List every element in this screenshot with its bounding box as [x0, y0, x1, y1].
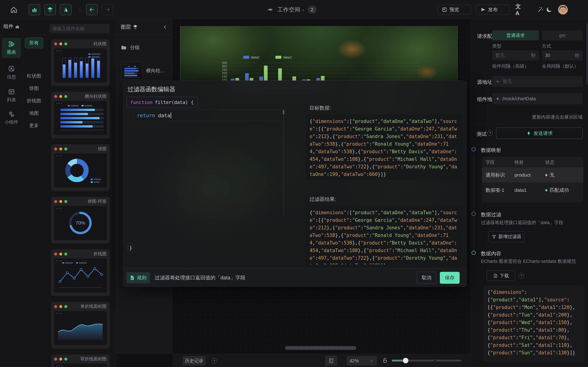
- undo-button[interactable]: [86, 4, 98, 15]
- zoom-level-select[interactable]: 42%: [346, 356, 377, 366]
- mapping-table-row[interactable]: 通用标识product无: [482, 167, 583, 183]
- preview-button[interactable]: 预览: [437, 5, 471, 15]
- dark-mode-moon-icon[interactable]: [545, 6, 553, 14]
- source-url-input[interactable]: 暂无: [492, 76, 583, 87]
- timeline-line: [473, 217, 474, 250]
- global-interval-unit: 秒: [575, 52, 579, 58]
- lightning-icon: [495, 97, 500, 101]
- component-card-area[interactable]: 单折线面积图: [51, 302, 110, 349]
- card-preview: [54, 259, 107, 292]
- category-5[interactable]: 更多: [25, 120, 43, 131]
- category-4[interactable]: 地图: [25, 108, 43, 119]
- zoom-slider[interactable]: [392, 360, 461, 361]
- help-icon[interactable]: ?: [487, 130, 493, 136]
- traffic-light-dot: [54, 95, 57, 98]
- magic-wand-icon[interactable]: [536, 6, 545, 14]
- panel-list-icon: [329, 358, 334, 364]
- component-card-hbar[interactable]: 横向柱状图: [51, 92, 110, 139]
- toggle-components-panel-button[interactable]: [29, 4, 40, 15]
- panel-scrollbar-thumb[interactable]: [586, 23, 588, 85]
- save-button[interactable]: 保存: [440, 272, 460, 284]
- component-card-ring[interactable]: 饼图-环形 70%: [51, 197, 110, 244]
- user-avatar[interactable]: [558, 5, 568, 15]
- test-label: 测试: [477, 131, 487, 138]
- traffic-light-dot: [64, 95, 67, 98]
- rail-item-widget[interactable]: 小组件: [2, 108, 21, 128]
- category-3[interactable]: 折线图: [25, 95, 43, 106]
- toggle-layers-panel-button[interactable]: [44, 4, 56, 15]
- chart-legend-data2[interactable]: data2: [275, 55, 292, 59]
- editor-scrollbar-thumb[interactable]: [283, 110, 284, 115]
- toggle-detail-panel-button[interactable]: [325, 356, 337, 366]
- cancel-button[interactable]: 取消: [417, 272, 436, 284]
- layer-group-item[interactable]: 分组: [120, 44, 140, 51]
- mapping-table-row[interactable]: 数据项-1data1匹配成功: [482, 183, 583, 198]
- add-filter-label: 新增过滤器: [498, 234, 521, 240]
- component-search[interactable]: [50, 24, 110, 33]
- category-2[interactable]: 饼图: [25, 83, 43, 94]
- rail-item-info[interactable]: 信息: [2, 63, 21, 83]
- send-request-button[interactable]: 发送请求: [496, 127, 583, 139]
- card-preview: [54, 311, 107, 345]
- mapping-status: 匹配成功: [550, 187, 569, 193]
- component-interval-input[interactable]: 暂无 秒: [492, 50, 539, 60]
- rail-item-label: 图表: [7, 49, 16, 55]
- chart-ytick: 250: [219, 68, 227, 72]
- timeline-dot-content: [472, 251, 476, 255]
- data-content-subtitle: ECharts 图表需符合 ECharts-setdata 数据规范: [481, 258, 576, 265]
- search-input[interactable]: [52, 26, 113, 31]
- component-url-input[interactable]: /mock/chartData: [492, 93, 583, 104]
- component-interval-value: 暂无: [495, 52, 505, 58]
- toggle-details-panel-button[interactable]: [60, 4, 71, 15]
- category-all[interactable]: 所有: [25, 37, 43, 48]
- mapping-value: data1: [515, 187, 545, 193]
- card-title: 饼图-环形: [88, 198, 107, 204]
- download-button[interactable]: 下载: [487, 270, 515, 281]
- layer-item[interactable]: 横向柱...: [121, 61, 169, 81]
- request-type-select[interactable]: 普通请求: [492, 30, 539, 40]
- pulse-icon: [495, 79, 501, 84]
- horizontal-scrollbar[interactable]: [285, 346, 356, 350]
- document-icon: [130, 275, 135, 280]
- unlock-icon[interactable]: [382, 357, 388, 364]
- chart-legend-data1[interactable]: data1: [243, 55, 260, 59]
- card-title: 双折线面积图: [80, 356, 107, 362]
- panel-divider: [471, 124, 588, 124]
- component-interval-caption: 组件间隔（高级）: [492, 63, 529, 69]
- component-url-value: /mock/chartData: [502, 96, 536, 101]
- function-keyword: function: [130, 100, 153, 105]
- slider-thumb[interactable]: [403, 358, 408, 363]
- editor-scrollbar-track: [284, 110, 284, 216]
- redo-button[interactable]: [102, 4, 113, 15]
- home-icon[interactable]: [10, 6, 18, 14]
- rail-item-chart[interactable]: 图表: [2, 38, 21, 58]
- rail-item-table[interactable]: 列表: [2, 85, 21, 106]
- component-list-panel: 柱状图 横向柱状图 饼图 饼图-环形 70%折线图 单折线面积图 双折线面积图: [45, 19, 116, 367]
- card-preview: 70%: [54, 206, 107, 240]
- preview-label: 预览: [450, 6, 459, 13]
- chart-gridline: [229, 73, 420, 73]
- category-1[interactable]: 柱状图: [25, 70, 43, 81]
- add-filter-button[interactable]: 新增过滤器: [489, 231, 525, 242]
- bar-chart-icon: [32, 7, 37, 13]
- timeline-line: [473, 152, 474, 211]
- card-header: 柱状图: [51, 39, 110, 48]
- publish-button[interactable]: 发布: [476, 5, 510, 15]
- traffic-light-dot: [54, 200, 57, 203]
- global-interval-input[interactable]: 30 秒: [542, 50, 583, 60]
- component-card-line[interactable]: 折线图: [51, 249, 110, 296]
- component-card-pie[interactable]: 饼图: [51, 144, 110, 191]
- language-switch-icon[interactable]: 文A: [515, 6, 524, 14]
- request-method-select[interactable]: get: [542, 30, 583, 40]
- component-card-area2[interactable]: 双折线面积图: [51, 354, 110, 367]
- code-editor-line[interactable]: return data: [133, 110, 284, 121]
- history-button[interactable]: 历史记录: [183, 356, 206, 366]
- folder-icon: [120, 44, 127, 50]
- traffic-light-dot: [54, 42, 57, 45]
- component-card-bar[interactable]: 柱状图: [51, 39, 110, 86]
- collapse-panel-icon[interactable]: [162, 24, 168, 30]
- help-icon[interactable]: ?: [519, 273, 524, 278]
- target-data-json: {"dimensions":["product","dataOne","data…: [306, 115, 462, 180]
- help-icon[interactable]: ?: [212, 358, 217, 364]
- card-title: 饼图: [98, 146, 107, 152]
